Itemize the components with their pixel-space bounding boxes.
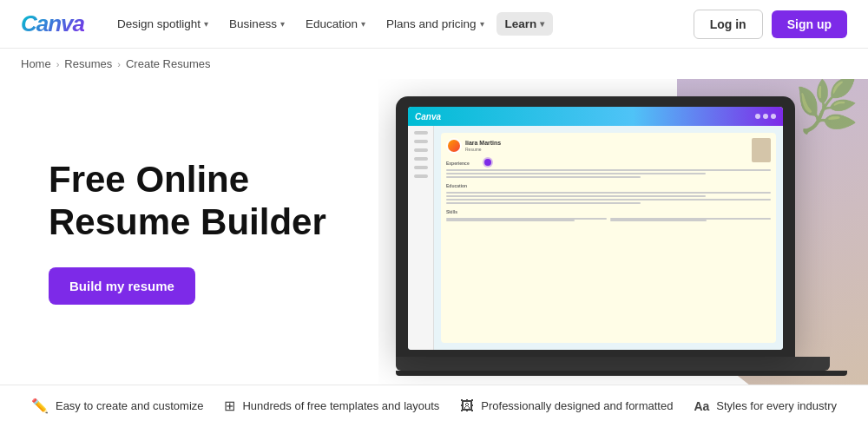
canva-screen-logo: Canva (415, 112, 441, 122)
breadcrumb-separator: › (117, 59, 121, 69)
resume-section: Education (446, 183, 771, 188)
chevron-down-icon: ▾ (361, 19, 365, 29)
dot-icon (755, 114, 760, 119)
navbar: Canva Design spotlight ▾ Business ▾ Educ… (0, 0, 868, 49)
screen-body: Iiara Martins Resume Experience (408, 126, 783, 350)
features-bar: ✏️ Easy to create and customize ⊞ Hundre… (0, 385, 868, 426)
laptop-base (396, 357, 830, 371)
resume-line (446, 199, 771, 201)
sidebar-icon (414, 148, 428, 152)
template-icon: ⊞ (224, 398, 235, 414)
nav-business[interactable]: Business ▾ (220, 12, 293, 36)
screen-content: Iiara Martins Resume Experience (434, 126, 783, 350)
resume-section: Skills (446, 209, 771, 214)
hero-right: 🌿 Canva (378, 79, 868, 385)
design-icon: 🖼 (460, 398, 474, 414)
feature-label-2: Professionally designed and formatted (481, 399, 673, 412)
resume-line (446, 220, 575, 221)
dot-icon (763, 114, 768, 119)
resume-line (610, 220, 707, 221)
nav-links: Design spotlight ▾ Business ▾ Education … (108, 12, 694, 36)
chevron-down-icon: ▾ (280, 19, 285, 29)
sidebar-icon (414, 140, 428, 143)
hero-section: Free Online Resume Builder Build my resu… (0, 79, 868, 385)
resume-avatar (446, 138, 462, 154)
feature-item-0: ✏️ Easy to create and customize (31, 398, 204, 414)
resume-photo (752, 138, 771, 162)
nav-actions: Log in Sign up (694, 10, 847, 39)
typography-icon: Aa (694, 399, 709, 413)
sidebar-icon (414, 131, 428, 135)
screen-topbar: Canva (408, 107, 783, 126)
laptop-base-bottom (396, 371, 847, 376)
resume-line (446, 195, 706, 197)
laptop-mockup: Canva (396, 96, 795, 357)
dot-icon (771, 114, 776, 119)
resume-line (446, 176, 641, 178)
breadcrumb: Home › Resumes › Create Resumes (0, 49, 868, 79)
resume-col (446, 218, 607, 221)
signup-button[interactable]: Sign up (772, 10, 847, 38)
resume-line (446, 192, 771, 194)
feature-item-1: ⊞ Hundreds of free templates and layouts (224, 398, 439, 414)
feature-label-0: Easy to create and customize (56, 399, 204, 412)
breadcrumb-separator: › (56, 59, 60, 69)
resume-line (446, 169, 771, 171)
screen-sidebar (408, 126, 434, 350)
sidebar-icon (414, 157, 428, 161)
nav-learn[interactable]: Learn ▾ (496, 12, 554, 36)
canva-logo[interactable]: Canva (21, 10, 84, 37)
laptop-screen: Canva (408, 107, 783, 350)
feature-item-2: 🖼 Professionally designed and formatted (460, 398, 673, 414)
chevron-down-icon: ▾ (204, 19, 208, 29)
edit-icon: ✏️ (31, 398, 49, 414)
resume-preview: Iiara Martins Resume Experience (441, 133, 776, 343)
resume-line (446, 173, 706, 174)
feature-label-3: Styles for every industry (716, 399, 837, 412)
screen-topbar-dots (755, 114, 776, 119)
nav-education[interactable]: Education ▾ (297, 12, 374, 36)
login-button[interactable]: Log in (694, 10, 763, 39)
resume-avatar-area: Iiara Martins Resume (446, 138, 771, 154)
resume-col (610, 218, 771, 221)
resume-skills (446, 218, 771, 221)
hero-title: Free Online Resume Builder (49, 159, 361, 243)
sidebar-icon (414, 166, 428, 169)
breadcrumb-resumes[interactable]: Resumes (64, 57, 112, 70)
chevron-down-icon: ▾ (480, 19, 484, 29)
hero-left: Free Online Resume Builder Build my resu… (49, 79, 378, 385)
nav-design-spotlight[interactable]: Design spotlight ▾ (108, 12, 217, 36)
resume-content-lines: Experience Education Skills (446, 157, 771, 221)
resume-line (446, 202, 641, 204)
feature-label-1: Hundreds of free templates and layouts (242, 399, 439, 412)
resume-name-text: Iiara Martins Resume (465, 140, 501, 152)
build-resume-button[interactable]: Build my resume (49, 267, 195, 305)
breadcrumb-home[interactable]: Home (21, 57, 51, 70)
breadcrumb-current: Create Resumes (126, 57, 211, 70)
feature-item-3: Aa Styles for every industry (694, 399, 837, 413)
sidebar-icon (414, 174, 428, 178)
resume-section: Experience (446, 161, 771, 166)
nav-plans-pricing[interactable]: Plans and pricing ▾ (378, 12, 493, 36)
cursor-indicator (484, 159, 491, 166)
chevron-down-icon: ▾ (540, 19, 544, 29)
